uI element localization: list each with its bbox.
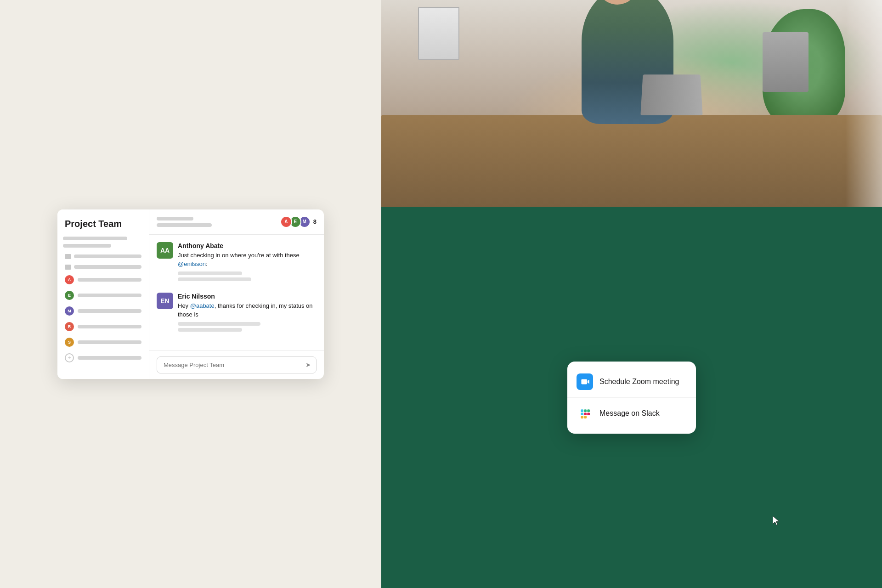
photo-frame	[418, 7, 459, 60]
photo-window-light	[845, 0, 882, 207]
message-1-avatar: AA	[157, 242, 173, 259]
messages-area: AA Anthony Abate Just checking in on whe…	[149, 235, 324, 351]
sidebar-dm-item-2[interactable]: E	[63, 290, 143, 301]
dm-label-2	[78, 294, 141, 297]
sidebar-dm-item-1[interactable]: A	[63, 274, 143, 285]
popup-label-slack: Message on Slack	[599, 409, 660, 418]
dm-avatar-4: R	[65, 322, 74, 331]
member-count: 8	[313, 218, 317, 225]
dm-avatar-2: E	[65, 291, 74, 300]
message-1-placeholder-1	[178, 271, 242, 275]
left-panel: Project Team A	[0, 0, 381, 588]
popup-label-zoom: Schedule Zoom meeting	[599, 378, 679, 386]
photo-desk	[381, 115, 882, 207]
dm-avatar-1: A	[65, 275, 74, 284]
slack-icon	[578, 407, 591, 420]
sidebar-top-section	[63, 237, 143, 248]
add-dm-icon[interactable]: +	[65, 353, 74, 362]
popup-card: Schedule Zoom meeting	[567, 362, 696, 434]
add-dm-label	[78, 356, 141, 360]
photo-monitor	[763, 32, 808, 92]
sidebar-dm-item-4[interactable]: R	[63, 321, 143, 332]
send-icon[interactable]: ➤	[305, 361, 311, 368]
message-2-sender: Eric Nilsson	[178, 293, 317, 300]
green-section: Schedule Zoom meeting	[381, 207, 882, 588]
slack-window: Project Team A	[57, 209, 324, 379]
dm-avatar-5: S	[65, 338, 74, 347]
dm-label-5	[78, 340, 141, 344]
message-2-avatar: EN	[157, 293, 173, 309]
right-panel: Schedule Zoom meeting	[381, 0, 882, 588]
message-1: AA Anthony Abate Just checking in on whe…	[157, 242, 317, 283]
header-placeholders	[157, 217, 212, 227]
message-1-text-after: :	[206, 260, 208, 267]
message-2-mention: @aabate	[190, 302, 215, 309]
popup-item-slack[interactable]: Message on Slack	[567, 397, 696, 429]
svg-rect-2	[581, 413, 583, 415]
zoom-icon-container	[577, 373, 593, 390]
dm-label-3	[78, 309, 141, 313]
folder-label-2	[74, 265, 141, 269]
message-1-placeholder-2	[178, 277, 251, 281]
message-1-body: Anthony Abate Just checking in on where …	[178, 242, 317, 283]
stack-avatar-1: A	[280, 216, 292, 228]
svg-rect-7	[584, 413, 587, 415]
message-1-text-before: Just checking in on where you're at with…	[178, 252, 300, 259]
input-area: ➤	[149, 351, 324, 379]
popup-item-zoom[interactable]: Schedule Zoom meeting	[567, 366, 696, 397]
sidebar-bar-1	[63, 237, 127, 240]
folder-icon-1	[65, 254, 71, 259]
svg-rect-4	[587, 409, 590, 412]
sidebar-folder-item-2[interactable]	[63, 264, 143, 271]
message-2-placeholder-2	[178, 328, 242, 332]
message-1-mention: @enilsson	[178, 260, 206, 267]
photo-laptop	[640, 74, 702, 115]
sidebar-dm-item-3[interactable]: M	[63, 305, 143, 317]
header-bar-2	[157, 223, 212, 227]
folder-icon-2	[65, 265, 71, 270]
message-2: EN Eric Nilsson Hey @aabate, thanks for …	[157, 293, 317, 334]
dm-label-4	[78, 325, 141, 328]
header-bar-1	[157, 217, 193, 220]
message-1-text: Just checking in on where you're at with…	[178, 251, 317, 269]
zoom-icon	[579, 376, 591, 388]
folder-label-1	[74, 254, 141, 258]
message-input[interactable]	[157, 356, 317, 373]
svg-rect-8	[587, 413, 590, 415]
message-2-text: Hey @aabate, thanks for checking in, my …	[178, 301, 317, 319]
main-content: A E M 8 AA Anthony Abate Just checking i…	[149, 209, 324, 379]
photo-section	[381, 0, 882, 207]
sidebar-dm-section: A E M R	[63, 274, 143, 363]
header-right: A E M 8	[280, 216, 317, 228]
slack-icon-container	[577, 405, 593, 422]
dm-label-1	[78, 278, 141, 282]
message-2-text-before: Hey	[178, 302, 190, 309]
svg-rect-6	[584, 416, 587, 418]
input-wrapper: ➤	[157, 356, 317, 373]
dm-avatar-3: M	[65, 306, 74, 316]
message-1-sender: Anthony Abate	[178, 242, 317, 249]
message-2-placeholder-1	[178, 322, 260, 326]
sidebar-bar-2	[63, 244, 111, 248]
svg-rect-3	[584, 409, 587, 412]
sidebar-add-dm[interactable]: +	[63, 352, 143, 363]
cursor	[773, 516, 781, 528]
sidebar-title: Project Team	[63, 219, 143, 229]
sidebar: Project Team A	[57, 209, 149, 379]
channel-header: A E M 8	[149, 209, 324, 235]
svg-rect-1	[581, 409, 583, 412]
svg-rect-5	[581, 416, 583, 418]
avatar-stack: A E M	[280, 216, 311, 228]
office-photo	[381, 0, 882, 207]
message-2-body: Eric Nilsson Hey @aabate, thanks for che…	[178, 293, 317, 334]
sidebar-folder-item-1[interactable]	[63, 253, 143, 260]
sidebar-dm-item-5[interactable]: S	[63, 337, 143, 348]
